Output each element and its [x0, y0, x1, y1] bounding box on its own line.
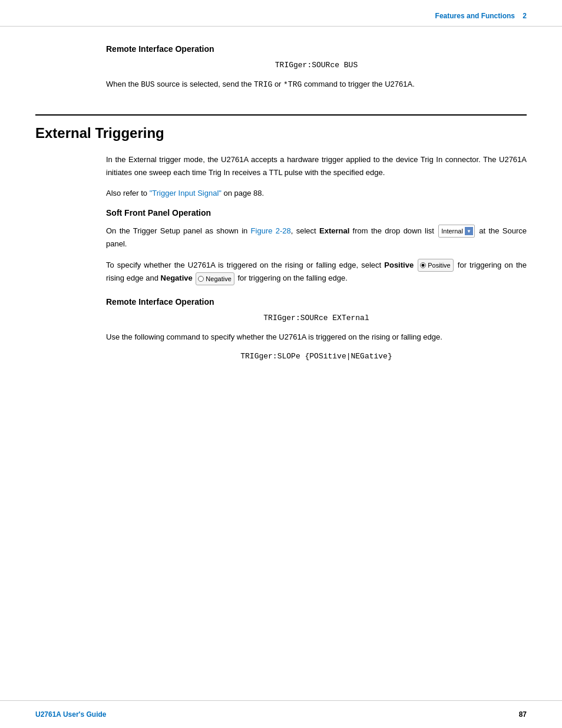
inline-code-trg: *TRG	[283, 80, 302, 89]
section-remote-top: Remote Interface Operation TRIGger:SOURc…	[35, 44, 527, 91]
dropdown-internal[interactable]: Internal ▼	[438, 225, 475, 238]
radio-negative[interactable]: Negative	[196, 272, 234, 285]
content-area: Remote Interface Operation TRIGger:SOURc…	[0, 44, 562, 361]
chapter-label: Features and Functions	[435, 12, 515, 20]
soft-front-panel-para1: On the Trigger Setup panel as shown in F…	[106, 225, 527, 251]
inline-code-trig: TRIG	[254, 80, 272, 89]
inline-code-bus: BUS	[141, 80, 154, 89]
radio-negative-label: Negative	[206, 274, 231, 284]
remote-bottom-para: Use the following command to specify whe…	[106, 331, 527, 343]
figure-2-28-link[interactable]: Figure 2-28	[251, 226, 291, 235]
radio-positive-circle	[420, 262, 426, 268]
page-container: Features and Functions 2 Remote Interfac…	[0, 0, 562, 728]
remote-top-code: TRIGger:SOURce BUS	[106, 61, 527, 70]
external-intro-paragraph: In the External trigger mode, the U2761A…	[106, 153, 527, 179]
soft-front-panel-section: Soft Front Panel Operation On the Trigge…	[106, 208, 527, 285]
bold-negative: Negative	[161, 274, 193, 282]
bold-positive: Positive	[384, 261, 414, 269]
external-triggering-heading: External Triggering	[35, 114, 527, 141]
external-triggering-body: In the External trigger mode, the U2761A…	[106, 153, 527, 360]
radio-negative-circle	[198, 276, 204, 282]
remote-bottom-heading: Remote Interface Operation	[106, 297, 527, 307]
header-chapter: Features and Functions 2	[435, 12, 527, 20]
soft-front-panel-para2: To specify whether the U2761A is trigger…	[106, 259, 527, 285]
dropdown-value: Internal	[441, 226, 463, 236]
soft-front-panel-heading: Soft Front Panel Operation	[106, 208, 527, 218]
external-triggering-section: External Triggering In the External trig…	[35, 114, 527, 360]
also-refer-paragraph: Also refer to "Trigger Input Signal" on …	[106, 187, 527, 199]
remote-top-heading: Remote Interface Operation	[106, 44, 527, 54]
chapter-number: 2	[523, 12, 527, 20]
dropdown-arrow-icon: ▼	[465, 227, 473, 235]
header-bar: Features and Functions 2	[0, 0, 562, 27]
footer-bar: U2761A User's Guide 87	[0, 700, 562, 728]
remote-top-paragraph: When the BUS source is selected, send th…	[106, 78, 527, 91]
radio-positive-label: Positive	[428, 260, 451, 271]
remote-bottom-code2: TRIGger:SLOPe {POSitive|NEGative}	[106, 352, 527, 361]
bold-external: External	[319, 226, 349, 235]
remote-top-body: Remote Interface Operation TRIGger:SOURc…	[106, 44, 527, 91]
radio-positive[interactable]: Positive	[418, 259, 454, 272]
footer-page-number: 87	[519, 710, 527, 719]
remote-bottom-code1: TRIGger:SOURce EXTernal	[106, 314, 527, 322]
footer-guide-title: U2761A User's Guide	[35, 710, 106, 719]
remote-bottom-section: Remote Interface Operation TRIGger:SOURc…	[106, 297, 527, 360]
trigger-input-signal-link[interactable]: "Trigger Input Signal"	[150, 189, 222, 197]
